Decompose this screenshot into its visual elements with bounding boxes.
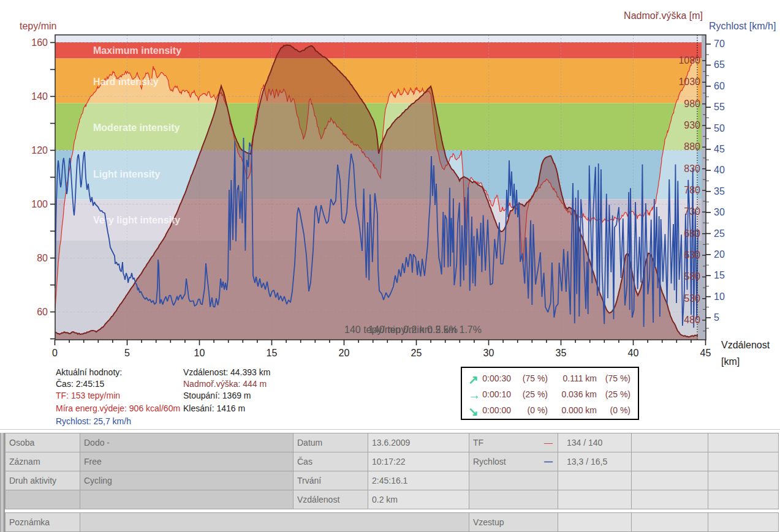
svg-text:580: 580 xyxy=(684,271,700,282)
svg-text:25: 25 xyxy=(714,228,725,239)
svg-text:45: 45 xyxy=(714,144,725,154)
svg-text:50: 50 xyxy=(714,123,725,133)
svg-text:25: 25 xyxy=(411,348,422,358)
svg-text:60: 60 xyxy=(714,81,725,91)
svg-text:Hard intensity: Hard intensity xyxy=(93,77,159,87)
svg-text:Maximum intensity: Maximum intensity xyxy=(93,45,181,56)
svg-text:140: 140 xyxy=(31,91,48,102)
svg-text:5: 5 xyxy=(124,348,130,358)
svg-text:40: 40 xyxy=(714,165,725,175)
svg-text:10: 10 xyxy=(194,348,205,358)
svg-text:Light intensity: Light intensity xyxy=(93,169,160,179)
svg-text:680: 680 xyxy=(684,228,700,239)
svg-text:730: 730 xyxy=(684,206,700,217)
svg-text:480: 480 xyxy=(684,315,700,325)
svg-text:20: 20 xyxy=(339,348,350,358)
svg-text:780: 780 xyxy=(684,185,700,195)
svg-text:40: 40 xyxy=(628,348,639,358)
svg-text:Moderate intensity: Moderate intensity xyxy=(93,122,180,133)
svg-text:630: 630 xyxy=(684,250,700,260)
svg-text:55: 55 xyxy=(714,102,725,112)
svg-text:tepy/min: tepy/min xyxy=(20,21,56,31)
svg-text:20: 20 xyxy=(714,249,725,260)
svg-text:65: 65 xyxy=(714,59,725,70)
svg-text:80: 80 xyxy=(37,253,48,263)
svg-text:0: 0 xyxy=(52,348,58,358)
svg-text:880: 880 xyxy=(684,141,700,152)
svg-text:35: 35 xyxy=(714,186,725,197)
svg-text:160: 160 xyxy=(31,37,48,48)
svg-text:930: 930 xyxy=(684,120,700,130)
svg-text:1030: 1030 xyxy=(678,77,700,87)
svg-text:100: 100 xyxy=(31,199,48,209)
svg-text:830: 830 xyxy=(684,163,700,174)
svg-text:30: 30 xyxy=(714,207,725,217)
svg-text:Nadmoř.výška [m]: Nadmoř.výška [m] xyxy=(624,10,703,21)
svg-text:1080: 1080 xyxy=(678,55,700,66)
svg-text:120: 120 xyxy=(31,145,48,155)
svg-text:30: 30 xyxy=(483,348,494,358)
svg-text:35: 35 xyxy=(556,348,567,358)
svg-text:10: 10 xyxy=(714,291,725,302)
svg-text:140 tepy/min 0.2 km 1.7%: 140 tepy/min 0.2 km 1.7% xyxy=(368,324,482,335)
svg-text:5: 5 xyxy=(714,312,719,323)
svg-text:60: 60 xyxy=(37,307,48,317)
svg-text:Rychlost [km/h]: Rychlost [km/h] xyxy=(709,21,776,31)
svg-text:[km]: [km] xyxy=(721,356,740,367)
svg-text:45: 45 xyxy=(700,348,711,358)
svg-text:Vzdálenost: Vzdálenost xyxy=(721,340,770,350)
svg-text:15: 15 xyxy=(267,348,278,358)
svg-text:980: 980 xyxy=(684,99,700,109)
svg-text:15: 15 xyxy=(714,270,725,280)
svg-text:530: 530 xyxy=(684,293,700,304)
svg-text:70: 70 xyxy=(714,39,725,49)
